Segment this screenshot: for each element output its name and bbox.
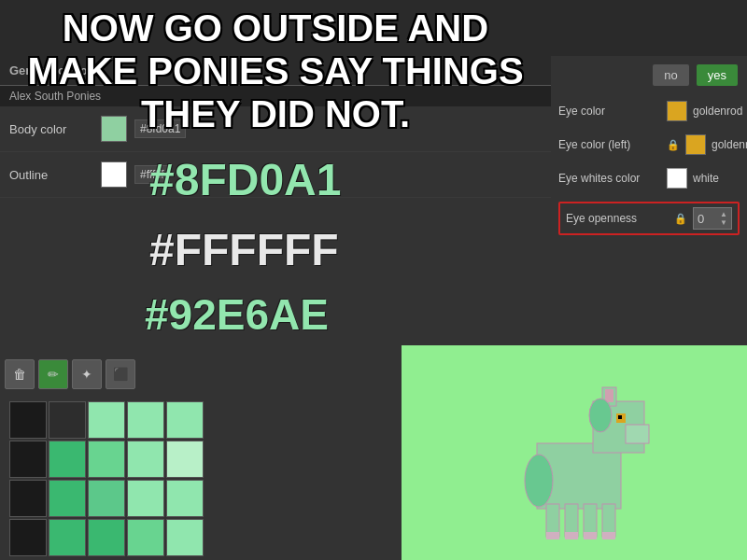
- lock-icon: 🔒: [667, 139, 680, 151]
- eye-color-swatch[interactable]: [667, 101, 687, 121]
- svg-point-8: [525, 455, 553, 507]
- big-hex-palette: #92E6AE: [145, 289, 329, 340]
- palette-cell[interactable]: [9, 441, 47, 478]
- top-content-area: Alex South Ponies: [0, 86, 551, 106]
- palette-cell[interactable]: [88, 401, 125, 439]
- big-hex-outline: #FFFFFF: [149, 224, 339, 275]
- spinner-arrows[interactable]: ▲ ▼: [720, 210, 727, 227]
- eye-color-label: Eye color: [558, 105, 661, 118]
- eye-color-left-label: Eye color (left): [558, 138, 661, 151]
- eye-openness-lock-icon: 🔒: [674, 213, 687, 225]
- svg-rect-13: [546, 532, 559, 539]
- svg-rect-16: [602, 532, 615, 539]
- palette-grid: [9, 401, 204, 556]
- svg-rect-4: [605, 389, 613, 402]
- pony-preview: [481, 350, 668, 555]
- palette-cell[interactable]: [166, 441, 204, 478]
- palette-cell[interactable]: [49, 480, 86, 517]
- palette-cell[interactable]: [166, 519, 204, 556]
- no-button[interactable]: no: [653, 64, 688, 86]
- eye-color-left-name: goldenrod: [712, 138, 747, 151]
- svg-rect-12: [602, 504, 615, 537]
- big-hex-body: #8FD0A1: [149, 154, 341, 205]
- palette-cell[interactable]: [166, 480, 204, 517]
- palette-cell[interactable]: [127, 480, 164, 517]
- general-options-header: General options: [0, 56, 551, 86]
- palette-cell[interactable]: [9, 401, 47, 439]
- eye-openness-value: 0: [698, 212, 704, 226]
- body-color-label: Body color: [9, 122, 93, 136]
- outline-label: Outline: [9, 168, 93, 182]
- svg-rect-6: [618, 415, 622, 419]
- outline-color-swatch[interactable]: [101, 161, 127, 188]
- palette-cell[interactable]: [49, 519, 86, 556]
- palette-cell[interactable]: [49, 441, 86, 478]
- eye-whites-swatch[interactable]: [667, 168, 687, 189]
- palette-cell[interactable]: [127, 401, 164, 439]
- eye-color-left-swatch[interactable]: [685, 134, 706, 155]
- tool-row: 🗑 ✏ ✦ ⬛: [5, 359, 135, 389]
- eye-whites-name: white: [693, 172, 719, 185]
- palette-cell[interactable]: [88, 519, 125, 556]
- svg-rect-15: [584, 532, 597, 539]
- palette-cell[interactable]: [127, 519, 164, 556]
- svg-rect-10: [565, 504, 578, 537]
- palette-cell[interactable]: [9, 480, 47, 517]
- eye-color-left-row: Eye color (left) 🔒 goldenrod: [558, 134, 740, 155]
- eye-openness-label: Eye openness: [566, 212, 669, 225]
- palette-cell[interactable]: [88, 441, 125, 478]
- svg-rect-2: [626, 425, 649, 443]
- palette-cell[interactable]: [9, 519, 47, 556]
- eye-color-row: Eye color goldenrod: [558, 101, 740, 121]
- eye-whites-row: Eye whites color white: [558, 168, 740, 189]
- eye-openness-row: Eye openness 🔒 0 ▲ ▼: [558, 202, 740, 235]
- svg-rect-14: [565, 532, 578, 539]
- svg-rect-11: [584, 504, 597, 537]
- palette-cell[interactable]: [127, 441, 164, 478]
- svg-point-7: [589, 399, 612, 432]
- svg-rect-9: [546, 504, 559, 537]
- palette-cell[interactable]: [88, 480, 125, 517]
- yes-button[interactable]: yes: [697, 64, 738, 86]
- palette-cell[interactable]: [166, 401, 204, 439]
- body-color-hex: #8fd0a1: [134, 119, 186, 138]
- body-color-row: Body color #8fd0a1: [0, 106, 551, 152]
- preview-area: [402, 345, 747, 560]
- eye-color-name: goldenrod: [693, 105, 742, 118]
- eye-openness-input[interactable]: 0 ▲ ▼: [693, 207, 732, 230]
- pencil-tool-btn[interactable]: ✏: [38, 359, 68, 389]
- fill-tool-btn[interactable]: ⬛: [106, 359, 135, 389]
- delete-tool-btn[interactable]: 🗑: [5, 359, 35, 389]
- body-color-swatch[interactable]: [101, 116, 127, 142]
- eyedrop-tool-btn[interactable]: ✦: [72, 359, 102, 389]
- palette-cell[interactable]: [49, 401, 86, 439]
- top-bar: no yes: [551, 56, 747, 93]
- eye-whites-label: Eye whites color: [558, 172, 661, 185]
